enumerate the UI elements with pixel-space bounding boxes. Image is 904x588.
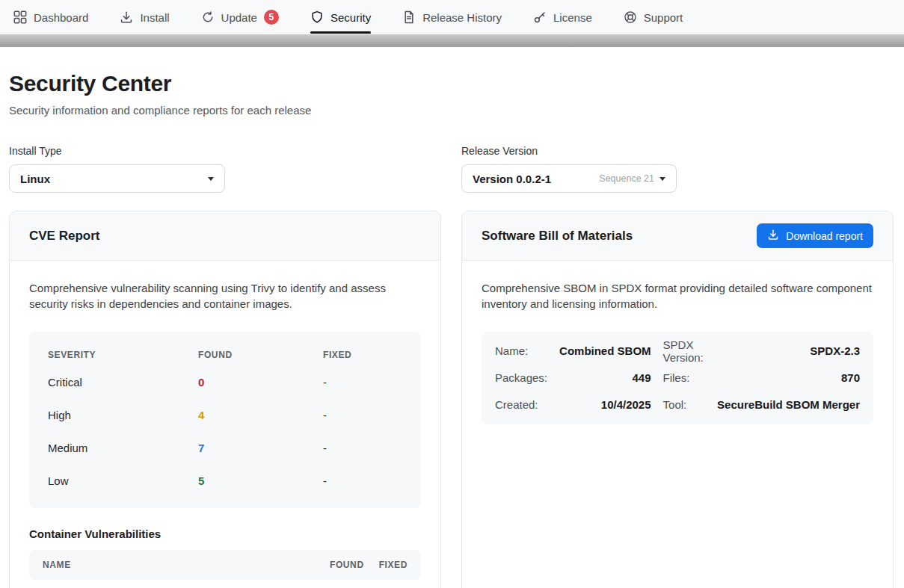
key-icon: [533, 10, 547, 24]
table-row-low: Low 5 -: [48, 465, 402, 498]
sbom-spdx-version-label: SPDX Version:: [663, 338, 706, 365]
dashboard-grid-icon: [13, 10, 27, 24]
nav-item-install[interactable]: Install: [120, 0, 169, 34]
nav-label: Support: [644, 11, 683, 24]
severity-table-header: SEVERITY FOUND FIXED: [48, 344, 402, 366]
chevron-down-icon: [208, 177, 214, 181]
col-found: FOUND: [198, 350, 323, 360]
lifebuoy-icon: [624, 10, 637, 24]
medium-found-count: 7: [198, 442, 323, 454]
sbom-packages-value: 449: [559, 365, 651, 392]
sbom-details-grid: Name: Combined SBOM SPDX Version: SPDX-2…: [482, 332, 873, 424]
sbom-created-value: 10/4/2025: [559, 392, 651, 418]
release-version-value: Version 0.0.2-1: [473, 173, 551, 185]
col-name: NAME: [43, 560, 330, 570]
sbom-tool-label: Tool:: [663, 392, 706, 418]
table-row-critical: Critical 0 -: [48, 366, 402, 399]
low-found-count: 5: [198, 474, 323, 487]
sequence-label: Sequence 21: [599, 173, 654, 184]
col-found: FOUND: [330, 560, 364, 570]
nav-item-license[interactable]: License: [533, 0, 592, 34]
sbom-name-value: Combined SBOM: [559, 338, 651, 365]
col-fixed: FIXED: [379, 560, 408, 570]
page-title: Security Center: [9, 71, 894, 96]
download-icon: [120, 10, 133, 24]
cve-report-card: CVE Report Comprehensive vulnerability s…: [9, 211, 441, 588]
container-table-header: NAME FOUND FIXED: [29, 550, 421, 580]
release-version-label: Release Version: [461, 145, 894, 157]
sbom-tool-value: SecureBuild SBOM Merger: [717, 392, 860, 418]
nav-item-security[interactable]: Security: [310, 0, 371, 34]
container-vulnerabilities-title: Container Vulnerabilities: [29, 527, 421, 540]
nav-item-release-history[interactable]: Release History: [402, 0, 502, 34]
cards-row: CVE Report Comprehensive vulnerability s…: [9, 211, 894, 588]
col-fixed: FIXED: [323, 350, 402, 360]
nav-item-update[interactable]: Update 5: [201, 0, 279, 34]
refresh-icon: [201, 10, 215, 24]
release-version-filter: Release Version Version 0.0.2-1 Sequence…: [461, 145, 894, 193]
download-report-label: Download report: [786, 230, 863, 242]
nav-label: Install: [140, 11, 169, 24]
nav-item-dashboard[interactable]: Dashboard: [13, 0, 88, 34]
page-content: Security Center Security information and…: [0, 71, 904, 588]
sbom-packages-label: Packages:: [495, 365, 547, 392]
sbom-files-value: 870: [717, 365, 860, 392]
critical-found-count: 0: [198, 376, 323, 389]
nav-shadow-divider: [0, 34, 904, 47]
sbom-card-body: Comprehensive SBOM in SPDX format provid…: [462, 261, 893, 444]
severity-table: SEVERITY FOUND FIXED Critical 0 - High 4…: [29, 332, 421, 508]
sbom-created-label: Created:: [495, 392, 547, 418]
table-row-high: High 4 -: [48, 399, 402, 432]
cve-card-title: CVE Report: [29, 229, 99, 244]
download-report-button[interactable]: Download report: [757, 223, 873, 248]
filters-row: Install Type Linux Release Version Versi…: [9, 145, 894, 193]
col-severity: SEVERITY: [48, 350, 198, 360]
cve-card-body: Comprehensive vulnerability scanning usi…: [10, 261, 440, 588]
nav-label: License: [553, 11, 592, 24]
release-version-select[interactable]: Version 0.0.2-1 Sequence 21: [461, 164, 677, 193]
nav-label: Dashboard: [34, 11, 88, 24]
install-type-select[interactable]: Linux: [9, 164, 225, 193]
cve-card-header: CVE Report: [10, 211, 440, 261]
sbom-files-label: Files:: [663, 365, 706, 392]
update-count-badge: 5: [264, 10, 279, 25]
nav-label: Release History: [422, 11, 502, 24]
chevron-down-icon: [659, 177, 665, 181]
install-type-filter: Install Type Linux: [9, 145, 441, 193]
install-type-label: Install Type: [9, 145, 441, 157]
nav-label: Security: [330, 11, 371, 24]
cve-description: Comprehensive vulnerability scanning usi…: [29, 280, 421, 312]
sbom-spdx-version-value: SPDX-2.3: [717, 338, 860, 365]
nav-label: Update: [221, 11, 257, 24]
sbom-description: Comprehensive SBOM in SPDX format provid…: [482, 280, 873, 312]
high-found-count: 4: [198, 409, 323, 421]
nav-item-support[interactable]: Support: [624, 0, 683, 34]
install-type-value: Linux: [20, 173, 50, 185]
sbom-card: Software Bill of Materials Download repo…: [461, 211, 894, 588]
sbom-name-label: Name:: [495, 338, 547, 365]
page-subtitle: Security information and compliance repo…: [9, 104, 894, 117]
table-row-medium: Medium 7 -: [48, 432, 402, 465]
shield-icon: [310, 10, 324, 24]
sbom-card-header: Software Bill of Materials Download repo…: [462, 211, 893, 261]
file-text-icon: [402, 10, 416, 24]
sbom-card-title: Software Bill of Materials: [482, 229, 633, 244]
download-icon: [767, 229, 779, 243]
top-navigation: Dashboard Install Update 5 Security: [0, 0, 904, 34]
